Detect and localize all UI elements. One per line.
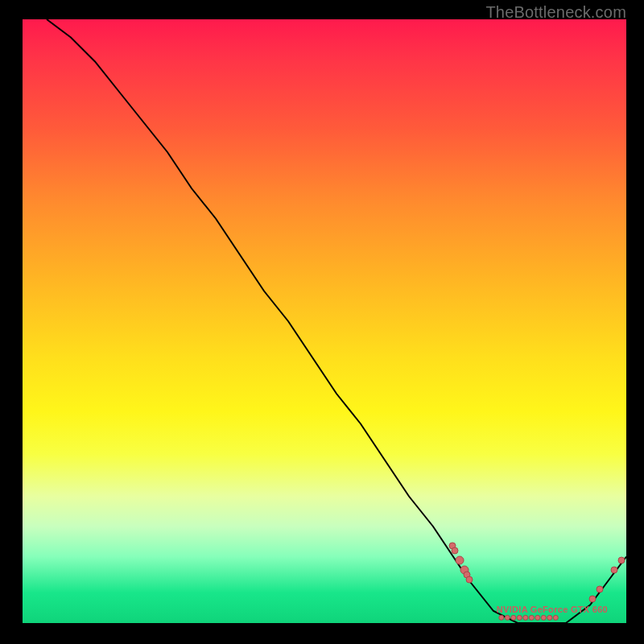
marker-dot: [529, 615, 534, 620]
marker-dot: [449, 543, 456, 549]
marker-dot: [541, 615, 546, 620]
annotation-label: NVIDIA GeForce GTX 660: [497, 605, 608, 614]
marker-dot: [464, 572, 470, 578]
marker-dot: [535, 615, 540, 620]
marker-dot: [547, 615, 552, 620]
marker-dot: [452, 547, 458, 554]
curve-line: [47, 19, 626, 623]
chart-overlay: NVIDIA GeForce GTX 660: [23, 19, 626, 623]
marker-dot: [460, 566, 469, 574]
marker-dot: [511, 615, 516, 620]
marker-dot: [589, 596, 596, 602]
marker-dot: [499, 615, 504, 620]
marker-dot: [517, 615, 522, 620]
marker-group: [449, 543, 625, 620]
plot-area: NVIDIA GeForce GTX 660: [23, 19, 626, 623]
marker-dot: [456, 556, 464, 564]
marker-dot: [611, 567, 617, 573]
chart-stage: TheBottleneck.com NVIDIA GeForce GTX 660: [0, 0, 644, 644]
marker-dot: [523, 615, 528, 620]
marker-dot: [618, 557, 625, 564]
marker-dot: [597, 586, 603, 592]
marker-dot: [466, 576, 473, 583]
marker-dot: [505, 615, 510, 620]
marker-dot: [553, 615, 558, 620]
